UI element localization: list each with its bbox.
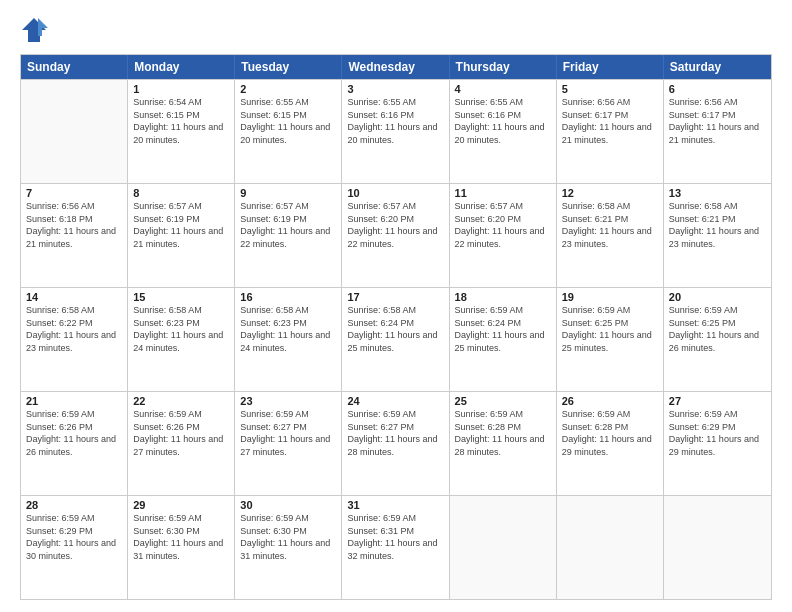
calendar-cell: 17Sunrise: 6:58 AMSunset: 6:24 PMDayligh… <box>342 288 449 391</box>
day-info: Sunrise: 6:59 AMSunset: 6:25 PMDaylight:… <box>669 304 766 354</box>
calendar-cell: 5Sunrise: 6:56 AMSunset: 6:17 PMDaylight… <box>557 80 664 183</box>
day-number: 29 <box>133 499 229 511</box>
day-info: Sunrise: 6:57 AMSunset: 6:19 PMDaylight:… <box>240 200 336 250</box>
day-info: Sunrise: 6:56 AMSunset: 6:17 PMDaylight:… <box>669 96 766 146</box>
calendar-cell: 23Sunrise: 6:59 AMSunset: 6:27 PMDayligh… <box>235 392 342 495</box>
day-number: 21 <box>26 395 122 407</box>
day-number: 24 <box>347 395 443 407</box>
day-of-week-header: Sunday <box>21 55 128 79</box>
day-info: Sunrise: 6:59 AMSunset: 6:25 PMDaylight:… <box>562 304 658 354</box>
day-info: Sunrise: 6:59 AMSunset: 6:27 PMDaylight:… <box>347 408 443 458</box>
calendar-row-5: 28Sunrise: 6:59 AMSunset: 6:29 PMDayligh… <box>21 495 771 599</box>
calendar-cell: 31Sunrise: 6:59 AMSunset: 6:31 PMDayligh… <box>342 496 449 599</box>
day-info: Sunrise: 6:59 AMSunset: 6:30 PMDaylight:… <box>240 512 336 562</box>
calendar-row-2: 7Sunrise: 6:56 AMSunset: 6:18 PMDaylight… <box>21 183 771 287</box>
day-info: Sunrise: 6:58 AMSunset: 6:23 PMDaylight:… <box>133 304 229 354</box>
day-number: 8 <box>133 187 229 199</box>
calendar-cell: 8Sunrise: 6:57 AMSunset: 6:19 PMDaylight… <box>128 184 235 287</box>
day-number: 28 <box>26 499 122 511</box>
day-number: 11 <box>455 187 551 199</box>
day-info: Sunrise: 6:59 AMSunset: 6:30 PMDaylight:… <box>133 512 229 562</box>
header <box>20 16 772 44</box>
day-number: 30 <box>240 499 336 511</box>
calendar-cell <box>557 496 664 599</box>
day-info: Sunrise: 6:59 AMSunset: 6:29 PMDaylight:… <box>26 512 122 562</box>
day-info: Sunrise: 6:56 AMSunset: 6:17 PMDaylight:… <box>562 96 658 146</box>
day-number: 23 <box>240 395 336 407</box>
calendar-cell: 13Sunrise: 6:58 AMSunset: 6:21 PMDayligh… <box>664 184 771 287</box>
calendar-body: 1Sunrise: 6:54 AMSunset: 6:15 PMDaylight… <box>21 79 771 599</box>
day-info: Sunrise: 6:58 AMSunset: 6:22 PMDaylight:… <box>26 304 122 354</box>
calendar-cell: 6Sunrise: 6:56 AMSunset: 6:17 PMDaylight… <box>664 80 771 183</box>
day-number: 17 <box>347 291 443 303</box>
day-info: Sunrise: 6:58 AMSunset: 6:21 PMDaylight:… <box>669 200 766 250</box>
day-of-week-header: Friday <box>557 55 664 79</box>
calendar-cell: 18Sunrise: 6:59 AMSunset: 6:24 PMDayligh… <box>450 288 557 391</box>
calendar-cell: 22Sunrise: 6:59 AMSunset: 6:26 PMDayligh… <box>128 392 235 495</box>
day-info: Sunrise: 6:57 AMSunset: 6:20 PMDaylight:… <box>347 200 443 250</box>
page: SundayMondayTuesdayWednesdayThursdayFrid… <box>0 0 792 612</box>
day-info: Sunrise: 6:59 AMSunset: 6:31 PMDaylight:… <box>347 512 443 562</box>
day-number: 10 <box>347 187 443 199</box>
day-info: Sunrise: 6:58 AMSunset: 6:21 PMDaylight:… <box>562 200 658 250</box>
calendar-cell <box>21 80 128 183</box>
day-number: 13 <box>669 187 766 199</box>
calendar-cell: 10Sunrise: 6:57 AMSunset: 6:20 PMDayligh… <box>342 184 449 287</box>
calendar-cell: 16Sunrise: 6:58 AMSunset: 6:23 PMDayligh… <box>235 288 342 391</box>
calendar-cell: 19Sunrise: 6:59 AMSunset: 6:25 PMDayligh… <box>557 288 664 391</box>
day-number: 27 <box>669 395 766 407</box>
day-info: Sunrise: 6:59 AMSunset: 6:28 PMDaylight:… <box>455 408 551 458</box>
calendar-cell: 2Sunrise: 6:55 AMSunset: 6:15 PMDaylight… <box>235 80 342 183</box>
day-info: Sunrise: 6:59 AMSunset: 6:29 PMDaylight:… <box>669 408 766 458</box>
day-info: Sunrise: 6:58 AMSunset: 6:23 PMDaylight:… <box>240 304 336 354</box>
calendar-cell: 12Sunrise: 6:58 AMSunset: 6:21 PMDayligh… <box>557 184 664 287</box>
day-number: 7 <box>26 187 122 199</box>
day-number: 20 <box>669 291 766 303</box>
day-of-week-header: Tuesday <box>235 55 342 79</box>
day-info: Sunrise: 6:59 AMSunset: 6:27 PMDaylight:… <box>240 408 336 458</box>
day-info: Sunrise: 6:59 AMSunset: 6:26 PMDaylight:… <box>133 408 229 458</box>
day-number: 31 <box>347 499 443 511</box>
day-number: 18 <box>455 291 551 303</box>
calendar-cell: 24Sunrise: 6:59 AMSunset: 6:27 PMDayligh… <box>342 392 449 495</box>
calendar-cell: 20Sunrise: 6:59 AMSunset: 6:25 PMDayligh… <box>664 288 771 391</box>
day-info: Sunrise: 6:56 AMSunset: 6:18 PMDaylight:… <box>26 200 122 250</box>
day-of-week-header: Monday <box>128 55 235 79</box>
day-number: 15 <box>133 291 229 303</box>
calendar-cell <box>450 496 557 599</box>
day-info: Sunrise: 6:55 AMSunset: 6:16 PMDaylight:… <box>347 96 443 146</box>
day-number: 9 <box>240 187 336 199</box>
day-number: 19 <box>562 291 658 303</box>
day-number: 26 <box>562 395 658 407</box>
day-number: 3 <box>347 83 443 95</box>
logo-icon <box>20 16 48 44</box>
day-number: 1 <box>133 83 229 95</box>
day-info: Sunrise: 6:59 AMSunset: 6:24 PMDaylight:… <box>455 304 551 354</box>
calendar-cell: 30Sunrise: 6:59 AMSunset: 6:30 PMDayligh… <box>235 496 342 599</box>
calendar-header: SundayMondayTuesdayWednesdayThursdayFrid… <box>21 55 771 79</box>
calendar-cell <box>664 496 771 599</box>
calendar-row-1: 1Sunrise: 6:54 AMSunset: 6:15 PMDaylight… <box>21 79 771 183</box>
day-info: Sunrise: 6:57 AMSunset: 6:20 PMDaylight:… <box>455 200 551 250</box>
day-info: Sunrise: 6:58 AMSunset: 6:24 PMDaylight:… <box>347 304 443 354</box>
svg-marker-1 <box>38 18 48 36</box>
calendar-cell: 27Sunrise: 6:59 AMSunset: 6:29 PMDayligh… <box>664 392 771 495</box>
day-number: 12 <box>562 187 658 199</box>
calendar-row-3: 14Sunrise: 6:58 AMSunset: 6:22 PMDayligh… <box>21 287 771 391</box>
day-number: 14 <box>26 291 122 303</box>
calendar-cell: 29Sunrise: 6:59 AMSunset: 6:30 PMDayligh… <box>128 496 235 599</box>
day-of-week-header: Wednesday <box>342 55 449 79</box>
calendar-cell: 11Sunrise: 6:57 AMSunset: 6:20 PMDayligh… <box>450 184 557 287</box>
day-number: 22 <box>133 395 229 407</box>
calendar-cell: 15Sunrise: 6:58 AMSunset: 6:23 PMDayligh… <box>128 288 235 391</box>
day-of-week-header: Saturday <box>664 55 771 79</box>
calendar-cell: 28Sunrise: 6:59 AMSunset: 6:29 PMDayligh… <box>21 496 128 599</box>
day-number: 4 <box>455 83 551 95</box>
day-number: 2 <box>240 83 336 95</box>
calendar-cell: 3Sunrise: 6:55 AMSunset: 6:16 PMDaylight… <box>342 80 449 183</box>
day-number: 16 <box>240 291 336 303</box>
calendar-cell: 21Sunrise: 6:59 AMSunset: 6:26 PMDayligh… <box>21 392 128 495</box>
day-info: Sunrise: 6:55 AMSunset: 6:16 PMDaylight:… <box>455 96 551 146</box>
calendar-cell: 1Sunrise: 6:54 AMSunset: 6:15 PMDaylight… <box>128 80 235 183</box>
day-number: 6 <box>669 83 766 95</box>
